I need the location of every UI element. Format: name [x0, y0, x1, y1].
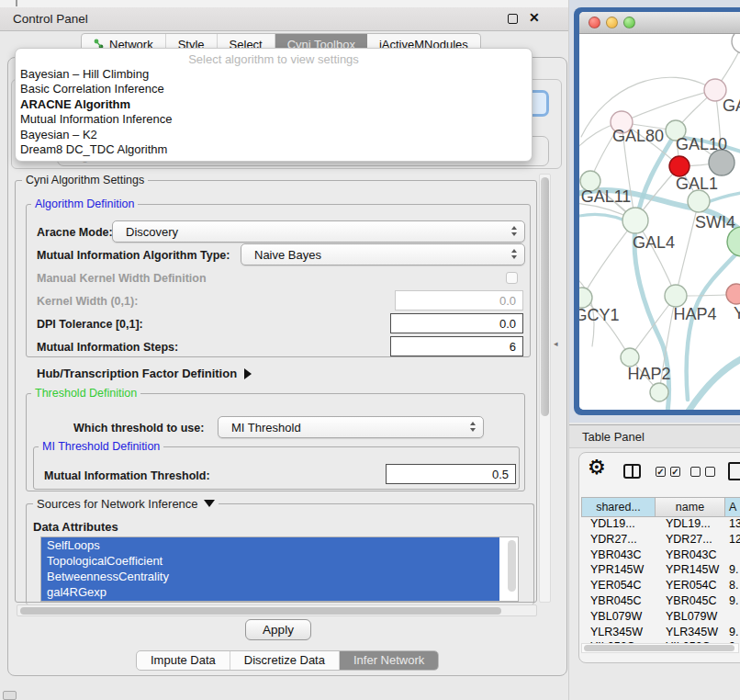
- column-header-shared-name[interactable]: shared...: [581, 497, 656, 517]
- mi-type-combo[interactable]: Naive Bayes: [241, 243, 525, 265]
- attribute-item[interactable]: SelfLoops: [41, 537, 499, 553]
- select-all-columns-icon[interactable]: ✓ ✓: [656, 467, 680, 477]
- expand-right-icon: [244, 368, 252, 379]
- stepper-icon: [511, 249, 517, 259]
- mi-type-value: Naive Bayes: [254, 248, 321, 262]
- node-label: HAP2: [627, 365, 670, 383]
- network-node-swi4[interactable]: [688, 190, 710, 212]
- table-row[interactable]: YBL079WYBL079W: [581, 610, 740, 626]
- algorithm-option[interactable]: Bayesian – Hill Climbing: [16, 67, 532, 82]
- tab-impute-data[interactable]: Impute Data: [137, 651, 230, 670]
- table-row[interactable]: YPR145WYPR145W9.: [581, 563, 740, 579]
- table-cell: YER054C: [666, 579, 717, 592]
- node-label: GAL1: [676, 175, 718, 193]
- network-view-window[interactable]: GALGAL80GAL10GAL1GAL11SWI4GAL4GCY1HAP4YH…: [574, 7, 740, 415]
- close-window-button[interactable]: [589, 17, 600, 28]
- node-label: GCY1: [579, 306, 620, 324]
- algorithm-option[interactable]: Bayesian – K2: [16, 128, 532, 142]
- network-node[interactable]: [732, 34, 740, 53]
- network-edge[interactable]: [688, 356, 740, 410]
- attribute-item[interactable]: gal4RGexp: [41, 584, 499, 600]
- splitter-collapse-icon[interactable]: ◂: [554, 339, 558, 348]
- table-row[interactable]: YBR043CYBR043C: [581, 548, 740, 564]
- tab-discretize-data[interactable]: Discretize Data: [230, 651, 340, 670]
- split-columns-icon[interactable]: [623, 464, 641, 479]
- deselect-all-columns-icon[interactable]: [690, 467, 715, 477]
- table-row[interactable]: YBR045CYBR045C9.: [581, 594, 740, 610]
- table-horizontal-scrollbar[interactable]: [581, 643, 739, 653]
- mi-type-label: Mutual Information Algorithm Type:: [37, 249, 230, 262]
- network-node[interactable]: [709, 150, 734, 175]
- network-graph[interactable]: GALGAL80GAL10GAL1GAL11SWI4GAL4GCY1HAP4YH…: [579, 34, 740, 410]
- table-cell: YBR045C: [666, 594, 717, 607]
- gear-icon[interactable]: ⚙: [588, 456, 606, 480]
- scrollbar-thumb[interactable]: [20, 607, 501, 615]
- mi-threshold-field[interactable]: [386, 464, 516, 484]
- minimize-window-button[interactable]: [606, 17, 618, 28]
- table-cell: YBR043C: [590, 548, 642, 561]
- table-row[interactable]: YDL19...YDL19...13: [581, 517, 740, 533]
- tab-infer-network[interactable]: Infer Network: [340, 651, 438, 670]
- algorithm-option[interactable]: Mutual Information Inference: [16, 112, 532, 127]
- new-table-icon[interactable]: [728, 462, 740, 480]
- network-node-gal4[interactable]: [622, 208, 648, 233]
- table-row[interactable]: YLR345WYLR345W9.: [581, 626, 740, 641]
- table-cell: YLR345W: [666, 626, 718, 638]
- settings-horizontal-scrollbar[interactable]: [17, 604, 537, 616]
- network-node-gal1[interactable]: [669, 156, 690, 176]
- which-threshold-value: MI Threshold: [231, 421, 301, 435]
- network-window-titlebar[interactable]: [579, 12, 740, 34]
- node-label: HAP4: [673, 305, 716, 323]
- table-panel-title: Table Panel: [582, 430, 645, 444]
- close-icon[interactable]: ✕: [529, 10, 540, 25]
- column-header-name[interactable]: name: [656, 497, 725, 517]
- settings-vertical-scrollbar[interactable]: [539, 174, 551, 603]
- network-edge[interactable]: [622, 90, 715, 122]
- node-label: SWI4: [695, 213, 735, 231]
- kernel-width-field[interactable]: [395, 290, 523, 310]
- column-header-partial[interactable]: A: [725, 497, 740, 517]
- which-threshold-combo[interactable]: MI Threshold: [218, 416, 484, 438]
- mi-threshold-label: Mutual Information Threshold:: [44, 469, 210, 482]
- stepper-icon: [470, 422, 476, 432]
- apply-button[interactable]: Apply: [245, 619, 311, 640]
- sources-toggle[interactable]: Sources for Network Inference: [33, 497, 219, 511]
- aracne-mode-label: Aracne Mode:: [37, 226, 113, 239]
- node-label: GAL10: [676, 135, 727, 153]
- hidden-panel-tab[interactable]: [3, 691, 17, 700]
- network-canvas[interactable]: GALGAL80GAL10GAL1GAL11SWI4GAL4GCY1HAP4YH…: [579, 34, 740, 410]
- network-node-hap2[interactable]: [621, 348, 639, 367]
- data-attributes-list[interactable]: SelfLoopsTopologicalCoefficientBetweenne…: [40, 536, 519, 602]
- mi-steps-field[interactable]: [390, 336, 523, 356]
- aracne-mode-value: Discovery: [126, 225, 178, 239]
- float-panel-icon[interactable]: [508, 14, 518, 24]
- collapse-down-icon: [204, 500, 215, 507]
- table-cell: YDR27...: [590, 533, 637, 546]
- algorithm-option[interactable]: ARACNE Algorithm: [16, 97, 532, 112]
- hub-definition-toggle[interactable]: Hub/Transcription Factor Definition: [37, 367, 252, 380]
- unchecked-checkbox-icon: [690, 467, 701, 477]
- manual-kernel-checkbox[interactable]: [506, 272, 518, 284]
- table-body: YDL19...YDL19...13YDR27...YDR27...12YBR0…: [581, 517, 740, 656]
- node-label: GAL: [723, 96, 740, 115]
- aracne-mode-combo[interactable]: Discovery: [112, 220, 525, 243]
- network-node-hap4[interactable]: [665, 285, 687, 307]
- dpi-tolerance-field[interactable]: [390, 313, 523, 333]
- list-scrollbar[interactable]: [508, 540, 516, 592]
- table-row[interactable]: YER054CYER054C8.: [581, 579, 740, 594]
- attribute-item[interactable]: BetweennessCentrality: [41, 569, 499, 584]
- algorithm-option[interactable]: Dream8 DC_TDC Algorithm: [16, 142, 532, 157]
- zoom-window-button[interactable]: [623, 17, 635, 28]
- stepper-icon: [511, 226, 517, 236]
- network-edge[interactable]: [582, 220, 635, 298]
- unchecked-checkbox-icon: [705, 467, 715, 477]
- network-node-y[interactable]: [726, 284, 740, 304]
- kernel-width-label: Kernel Width (0,1):: [37, 295, 138, 308]
- attribute-item[interactable]: TopologicalCoefficient: [41, 553, 499, 569]
- threshold-definition-label: Threshold Definition: [31, 387, 140, 400]
- scrollbar-thumb[interactable]: [541, 177, 549, 416]
- scrollbar-thumb[interactable]: [584, 645, 734, 651]
- table-row[interactable]: YDR27...YDR27...12: [581, 533, 740, 548]
- algorithm-option[interactable]: Basic Correlation Inference: [16, 82, 532, 96]
- network-node[interactable]: [650, 383, 668, 401]
